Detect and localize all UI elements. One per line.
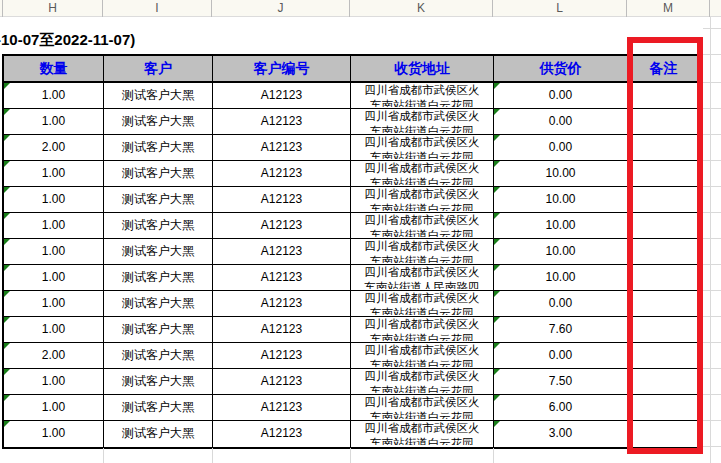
cell-customer-id[interactable]: A12123 bbox=[213, 291, 351, 316]
cell-customer[interactable]: 测试客户大黑 bbox=[104, 187, 213, 212]
customer-id-value: A12123 bbox=[213, 395, 350, 419]
cell-qty[interactable]: 1.00 bbox=[4, 395, 104, 420]
cell-address[interactable]: 四川省成都市武侯区火 车南站街道白云花园 bbox=[351, 317, 494, 342]
cell-customer[interactable]: 测试客户大黑 bbox=[104, 291, 213, 316]
cell-customer[interactable]: 测试客户大黑 bbox=[104, 239, 213, 264]
cell-qty[interactable]: 1.00 bbox=[4, 317, 104, 342]
column-header-L[interactable]: L bbox=[493, 0, 627, 17]
cell-price[interactable]: 6.00 bbox=[494, 395, 628, 420]
cell-qty[interactable]: 2.00 bbox=[4, 343, 104, 368]
cell-customer-id[interactable]: A12123 bbox=[213, 161, 351, 186]
cell-price[interactable]: 10.00 bbox=[494, 213, 628, 238]
column-header-I[interactable]: I bbox=[103, 0, 212, 17]
header-price[interactable]: 供货价 bbox=[494, 56, 628, 81]
report-title-date-range[interactable]: -10-07至2022-11-07) bbox=[0, 31, 135, 50]
cell-qty[interactable]: 1.00 bbox=[4, 421, 104, 447]
cell-price[interactable]: 10.00 bbox=[494, 161, 628, 186]
customer-id-value: A12123 bbox=[213, 291, 350, 315]
customer-value: 测试客户大黑 bbox=[104, 109, 212, 133]
address-value: 四川省成都市武侯区火 车南站街道白云花园 bbox=[351, 109, 493, 133]
cell-qty[interactable]: 1.00 bbox=[4, 239, 104, 264]
price-value: 10.00 bbox=[494, 213, 627, 237]
cell-customer-id[interactable]: A12123 bbox=[213, 343, 351, 368]
cell-address[interactable]: 四川省成都市武侯区火 车南站街道白云花园 bbox=[351, 109, 494, 134]
cell-customer[interactable]: 测试客户大黑 bbox=[104, 343, 213, 368]
error-indicator-icon bbox=[494, 239, 500, 245]
cell-customer[interactable]: 测试客户大黑 bbox=[104, 317, 213, 342]
cell-customer-id[interactable]: A12123 bbox=[213, 83, 351, 108]
header-address[interactable]: 收货地址 bbox=[351, 56, 494, 81]
cell-customer[interactable]: 测试客户大黑 bbox=[104, 369, 213, 394]
cell-customer-id[interactable]: A12123 bbox=[213, 421, 351, 447]
cell-customer[interactable]: 测试客户大黑 bbox=[104, 83, 213, 108]
cell-price[interactable]: 7.60 bbox=[494, 317, 628, 342]
cell-price[interactable]: 10.00 bbox=[494, 187, 628, 212]
cell-customer[interactable]: 测试客户大黑 bbox=[104, 421, 213, 447]
cell-price[interactable]: 0.00 bbox=[494, 83, 628, 108]
cell-customer-id[interactable]: A12123 bbox=[213, 265, 351, 290]
cell-address[interactable]: 四川省成都市武侯区火 车南站街道人民南路四 bbox=[351, 265, 494, 290]
cell-address[interactable]: 四川省成都市武侯区火 车南站街道白云花园 bbox=[351, 135, 494, 160]
cell-customer[interactable]: 测试客户大黑 bbox=[104, 109, 213, 134]
cell-customer-id[interactable]: A12123 bbox=[213, 395, 351, 420]
cell-customer-id[interactable]: A12123 bbox=[213, 239, 351, 264]
cell-price[interactable]: 10.00 bbox=[494, 239, 628, 264]
cell-qty[interactable]: 1.00 bbox=[4, 369, 104, 394]
cell-price[interactable]: 0.00 bbox=[494, 109, 628, 134]
cell-qty[interactable]: 1.00 bbox=[4, 291, 104, 316]
cell-price[interactable]: 3.00 bbox=[494, 421, 628, 447]
cell-qty[interactable]: 2.00 bbox=[4, 135, 104, 160]
cell-qty[interactable]: 1.00 bbox=[4, 109, 104, 134]
cell-qty[interactable]: 1.00 bbox=[4, 265, 104, 290]
cell-qty[interactable]: 1.00 bbox=[4, 187, 104, 212]
cell-address[interactable]: 四川省成都市武侯区火 车南站街道白云花园 bbox=[351, 161, 494, 186]
cell-qty[interactable]: 1.00 bbox=[4, 213, 104, 238]
cell-address[interactable]: 四川省成都市武侯区火 车南站街道白云花园 bbox=[351, 83, 494, 108]
qty-value: 2.00 bbox=[4, 135, 103, 159]
header-customer[interactable]: 客户 bbox=[104, 56, 213, 81]
cell-customer-id[interactable]: A12123 bbox=[213, 369, 351, 394]
cell-address[interactable]: 四川省成都市武侯区火 车南站街道白云花园 bbox=[351, 369, 494, 394]
cell-address[interactable]: 四川省成都市武侯区火 车南站街道白云花园 bbox=[351, 213, 494, 238]
cell-price[interactable]: 10.00 bbox=[494, 265, 628, 290]
cell-customer[interactable]: 测试客户大黑 bbox=[104, 135, 213, 160]
cell-address[interactable]: 四川省成都市武侯区火 车南站街道白云花园 bbox=[351, 421, 494, 447]
error-indicator-icon bbox=[494, 369, 500, 375]
cell-price[interactable]: 0.00 bbox=[494, 291, 628, 316]
qty-value: 2.00 bbox=[4, 343, 103, 367]
cell-customer-id[interactable]: A12123 bbox=[213, 213, 351, 238]
cell-qty[interactable]: 1.00 bbox=[4, 161, 104, 186]
cell-price[interactable]: 7.50 bbox=[494, 369, 628, 394]
cell-address[interactable]: 四川省成都市武侯区火 车南站街道白云花园 bbox=[351, 239, 494, 264]
cell-price[interactable]: 0.00 bbox=[494, 343, 628, 368]
price-value: 0.00 bbox=[494, 109, 627, 133]
column-header-K[interactable]: K bbox=[350, 0, 493, 17]
cell-customer-id[interactable]: A12123 bbox=[213, 317, 351, 342]
address-line1: 四川省成都市武侯区火 bbox=[351, 109, 493, 124]
header-qty[interactable]: 数量 bbox=[4, 56, 104, 81]
table-row: 1.00 测试客户大黑 A12123 四川省成都市武侯区火 车南站街道白云花园 … bbox=[4, 317, 699, 343]
error-indicator-icon bbox=[494, 265, 500, 271]
column-header-J[interactable]: J bbox=[212, 0, 350, 17]
cell-qty[interactable]: 1.00 bbox=[4, 83, 104, 108]
address-value: 四川省成都市武侯区火 车南站街道白云花园 bbox=[351, 395, 493, 419]
cell-customer[interactable]: 测试客户大黑 bbox=[104, 213, 213, 238]
cell-customer-id[interactable]: A12123 bbox=[213, 109, 351, 134]
error-indicator-icon bbox=[494, 291, 500, 297]
cell-customer-id[interactable]: A12123 bbox=[213, 187, 351, 212]
gridline bbox=[703, 28, 721, 29]
address-line2: 车南站街道白云花园 bbox=[351, 228, 493, 237]
cell-address[interactable]: 四川省成都市武侯区火 车南站街道白云花园 bbox=[351, 343, 494, 368]
cell-customer[interactable]: 测试客户大黑 bbox=[104, 265, 213, 290]
cell-customer-id[interactable]: A12123 bbox=[213, 135, 351, 160]
cell-customer[interactable]: 测试客户大黑 bbox=[104, 161, 213, 186]
cell-address[interactable]: 四川省成都市武侯区火 车南站街道白云花园 bbox=[351, 187, 494, 212]
column-header-M[interactable]: M bbox=[627, 0, 710, 17]
cell-customer[interactable]: 测试客户大黑 bbox=[104, 395, 213, 420]
gridline bbox=[703, 290, 721, 291]
cell-price[interactable]: 0.00 bbox=[494, 135, 628, 160]
column-header-H[interactable]: H bbox=[3, 0, 103, 17]
cell-address[interactable]: 四川省成都市武侯区火 车南站街道白云花园 bbox=[351, 395, 494, 420]
cell-address[interactable]: 四川省成都市武侯区火 车南站街道白云花园 bbox=[351, 291, 494, 316]
header-customer-id[interactable]: 客户编号 bbox=[213, 56, 351, 81]
